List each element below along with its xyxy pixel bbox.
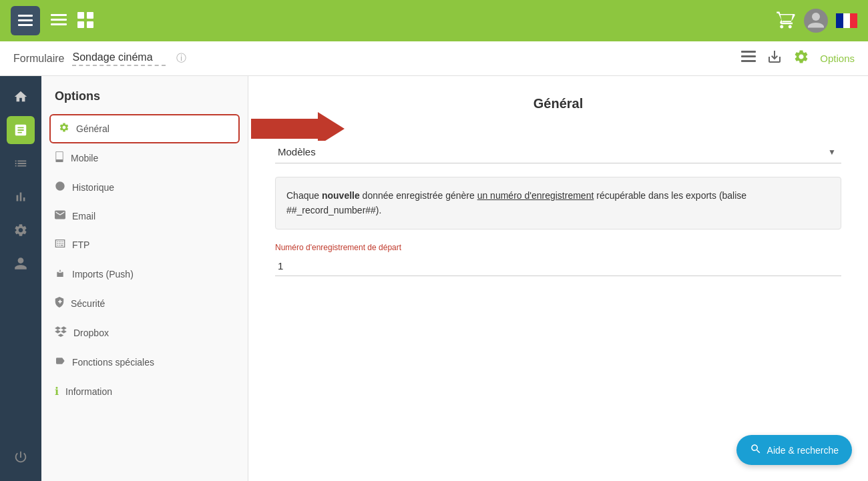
svg-rect-6 [77, 12, 84, 19]
nav-lines-icon[interactable] [51, 14, 67, 28]
info-text-start: Chaque [286, 190, 322, 201]
svg-rect-2 [18, 24, 33, 26]
options-menu-item-fonctions[interactable]: Fonctions spéciales [41, 348, 248, 377]
options-menu-item-information[interactable]: ℹ Information [41, 377, 248, 406]
toolbar-options-label[interactable]: Options [820, 53, 855, 64]
history-icon [55, 181, 65, 194]
user-avatar[interactable] [804, 9, 828, 33]
information-label: Information [65, 386, 112, 397]
general-icon [59, 122, 69, 135]
securite-label: Sécurité [71, 298, 105, 309]
imports-label: Imports (Push) [72, 269, 134, 280]
email-label: Email [72, 211, 95, 221]
svg-rect-9 [87, 21, 93, 28]
email-icon [55, 210, 65, 222]
sidebar-item-home[interactable] [7, 83, 35, 111]
ftp-label: FTP [72, 239, 89, 250]
grid-view-icon[interactable] [77, 12, 93, 30]
export-icon[interactable] [767, 49, 783, 68]
options-menu-item-dropbox[interactable]: Dropbox [41, 318, 248, 348]
sidebar-item-poll[interactable] [7, 116, 35, 144]
svg-rect-1 [18, 19, 33, 21]
options-menu-item-mobile[interactable]: Mobile [41, 143, 248, 173]
mobile-label: Mobile [71, 153, 98, 163]
hamburger-menu-icon[interactable] [11, 6, 40, 35]
options-menu-item-imports[interactable]: Imports (Push) [41, 260, 248, 289]
form-info-icon[interactable]: ⓘ [176, 52, 186, 65]
ftp-icon [55, 238, 65, 252]
toolbar-actions: Options [741, 49, 855, 68]
left-sidebar [0, 76, 41, 481]
language-flag-icon[interactable] [836, 13, 857, 28]
svg-rect-7 [87, 12, 93, 19]
numero-field-group: Numéro d'enregistrement de départ 1 [275, 243, 841, 276]
svg-point-10 [812, 13, 820, 21]
svg-rect-4 [51, 19, 67, 21]
settings-icon[interactable] [793, 49, 809, 68]
content-area: Général Rubrique Modèles Chaque nouvelle… [248, 76, 868, 481]
sidebar-item-chart[interactable] [7, 183, 35, 211]
svg-rect-11 [741, 51, 756, 53]
fonctions-icon [55, 356, 65, 369]
options-menu-item-email[interactable]: Email [41, 202, 248, 230]
svg-rect-5 [51, 23, 67, 25]
mobile-icon [55, 151, 64, 165]
info-box: Chaque nouvelle donnée enregistrée génèr… [275, 177, 841, 229]
main-layout: Options Général Mob [0, 76, 868, 481]
rubrique-field-group: Rubrique Modèles [275, 127, 841, 163]
form-name: Sondage cinéma [72, 51, 166, 66]
toolbar: Formulaire Sondage cinéma ⓘ Options [0, 41, 868, 76]
imports-icon [55, 268, 65, 281]
help-label: Aide & recherche [767, 445, 839, 456]
list-view-icon[interactable] [741, 51, 756, 66]
rubrique-select-wrapper: Modèles [275, 141, 841, 163]
svg-rect-0 [18, 15, 33, 17]
rubrique-label: Rubrique [275, 127, 841, 137]
content-title: Général [275, 96, 841, 111]
help-button[interactable]: Aide & recherche [736, 435, 852, 465]
options-menu-item-general[interactable]: Général [49, 114, 240, 143]
options-general-wrapper: Général [41, 114, 248, 143]
sidebar-item-settings[interactable] [7, 216, 35, 244]
numero-value: 1 [275, 256, 841, 276]
topbar-right [776, 9, 857, 33]
dropbox-icon [55, 326, 67, 340]
svg-rect-12 [741, 55, 756, 57]
svg-rect-8 [77, 21, 84, 28]
options-menu-item-securite[interactable]: Sécurité [41, 289, 248, 318]
options-menu-item-historique[interactable]: Historique [41, 173, 248, 202]
info-text-bold: nouvelle [322, 190, 360, 201]
form-label: Formulaire [13, 53, 64, 65]
rubrique-select[interactable]: Modèles [275, 141, 841, 163]
options-title: Options [41, 89, 248, 114]
svg-rect-3 [51, 14, 67, 16]
svg-rect-13 [741, 60, 756, 62]
dropbox-label: Dropbox [73, 328, 109, 338]
sidebar-item-user[interactable] [7, 250, 35, 278]
search-help-icon [750, 443, 762, 457]
options-menu-item-ftp[interactable]: FTP [41, 230, 248, 260]
options-panel: Options Général Mob [41, 76, 248, 481]
information-icon: ℹ [55, 385, 59, 398]
cart-icon[interactable] [776, 10, 796, 32]
topbar [0, 0, 868, 41]
historique-label: Historique [72, 182, 114, 193]
fonctions-label: Fonctions spéciales [72, 357, 154, 368]
topbar-left [11, 6, 93, 35]
general-label: Général [76, 123, 110, 134]
security-icon [55, 297, 64, 310]
power-icon[interactable] [13, 450, 28, 468]
numero-label: Numéro d'enregistrement de départ [275, 243, 841, 252]
sidebar-item-list[interactable] [7, 149, 35, 177]
